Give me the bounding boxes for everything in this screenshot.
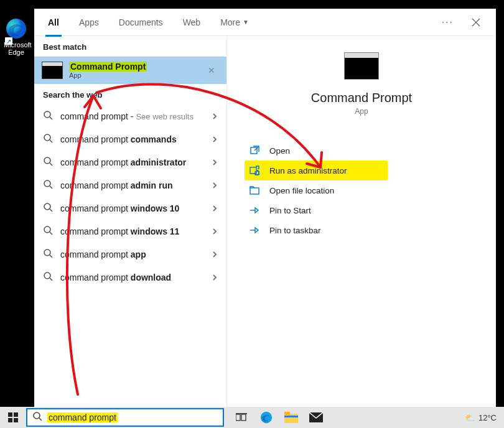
tab-documents[interactable]: Documents — [116, 9, 166, 36]
svg-rect-20 — [236, 413, 247, 414]
tab-more[interactable]: More▼ — [218, 9, 251, 36]
svg-point-17 — [34, 412, 40, 419]
chevron-right-icon — [212, 134, 218, 144]
search-icon — [43, 271, 53, 283]
tab-more-label: More — [220, 17, 240, 27]
best-match-header: Best match — [34, 36, 226, 57]
taskbar-edge[interactable] — [255, 407, 278, 428]
svg-point-2 — [44, 134, 50, 141]
web-result-0[interactable]: command prompt - See web results — [34, 105, 226, 128]
taskbar-explorer[interactable] — [280, 407, 302, 428]
action-label: Open — [269, 146, 290, 156]
preview-thumb-icon — [344, 52, 379, 80]
action-label: Pin to taskbar — [269, 226, 321, 235]
svg-point-5 — [44, 203, 50, 210]
shortcut-overlay-icon: ↗ — [5, 37, 12, 45]
action-label: Open file location — [269, 186, 334, 195]
web-results-list: command prompt - See web resultscommand … — [34, 105, 226, 289]
dismiss-best-match[interactable]: ✕ — [208, 65, 215, 75]
search-icon — [43, 225, 53, 237]
search-icon — [32, 411, 42, 424]
search-icon — [43, 179, 53, 191]
search-icon — [43, 248, 53, 260]
svg-rect-14 — [14, 412, 18, 417]
preview-actions: OpenRun as administratorOpen file locati… — [227, 141, 496, 240]
action-label: Pin to Start — [269, 206, 311, 215]
folder-icon — [248, 185, 261, 195]
svg-point-6 — [44, 226, 50, 233]
best-match-sub: App — [69, 72, 147, 79]
svg-rect-12 — [250, 188, 259, 194]
action-folder-2[interactable]: Open file location — [245, 180, 478, 200]
search-icon — [43, 110, 53, 122]
web-result-7[interactable]: command prompt download — [34, 266, 226, 289]
more-options-button[interactable]: ··· — [442, 17, 454, 28]
web-result-text: command prompt app — [60, 249, 212, 259]
tab-web[interactable]: Web — [180, 9, 203, 36]
svg-rect-24 — [284, 416, 298, 417]
svg-rect-13 — [8, 412, 12, 417]
preview-title: Command Prompt — [311, 91, 412, 105]
svg-point-3 — [44, 157, 50, 164]
svg-rect-18 — [236, 414, 240, 421]
svg-point-11 — [255, 171, 259, 175]
web-result-4[interactable]: command prompt windows 10 — [34, 197, 226, 220]
web-result-text: command prompt windows 11 — [60, 226, 212, 236]
cmd-thumb-icon — [42, 62, 63, 79]
action-label: Run as administrator — [269, 166, 347, 175]
svg-rect-23 — [284, 412, 290, 415]
svg-rect-15 — [8, 418, 12, 422]
chevron-down-icon: ▼ — [243, 19, 249, 26]
svg-rect-9 — [251, 147, 257, 154]
best-match-item[interactable]: Command Prompt App ✕ — [34, 57, 226, 84]
search-icon — [43, 133, 53, 145]
admin-icon — [248, 165, 261, 175]
web-result-5[interactable]: command prompt windows 11 — [34, 220, 226, 243]
web-result-3[interactable]: command prompt admin run — [34, 174, 226, 197]
tab-all[interactable]: All — [45, 9, 62, 36]
chevron-right-icon — [212, 180, 218, 190]
web-result-2[interactable]: command prompt administrator — [34, 151, 226, 174]
chevron-right-icon — [212, 157, 218, 167]
taskbar-search-box[interactable]: command prompt — [26, 408, 224, 427]
svg-rect-19 — [241, 414, 246, 421]
web-result-text: command prompt admin run — [60, 180, 212, 190]
weather-temp: 12°C — [478, 413, 497, 422]
weather-icon: ⛅ — [465, 413, 475, 422]
open-icon — [248, 146, 261, 156]
chevron-right-icon — [212, 249, 218, 259]
task-view-button[interactable] — [230, 407, 253, 428]
system-tray[interactable]: ⛅ 12°C — [465, 413, 504, 422]
desktop-icon-edge[interactable]: ↗ Microsoft Edge — [4, 17, 29, 56]
search-tabs: All Apps Documents Web More▼ ··· — [34, 9, 496, 36]
start-button[interactable] — [0, 407, 26, 428]
pin-icon — [248, 205, 261, 215]
search-icon — [43, 202, 53, 214]
best-match-title: Command Prompt — [69, 62, 147, 72]
action-open-0[interactable]: Open — [245, 141, 478, 160]
search-flyout: All Apps Documents Web More▼ ··· Best ma… — [34, 9, 496, 407]
svg-point-1 — [44, 111, 50, 118]
web-result-text: command prompt commands — [60, 134, 212, 144]
tab-apps[interactable]: Apps — [77, 9, 101, 36]
taskbar-mail[interactable] — [305, 407, 327, 428]
search-query: command prompt — [47, 412, 118, 422]
chevron-right-icon — [212, 203, 218, 213]
svg-point-8 — [44, 272, 50, 279]
preview-sub: App — [355, 107, 368, 116]
web-result-6[interactable]: command prompt app — [34, 243, 226, 266]
preview-pane: Command Prompt App OpenRun as administra… — [227, 36, 496, 407]
pin-icon — [248, 225, 261, 235]
svg-rect-16 — [14, 418, 18, 422]
web-result-text: command prompt download — [60, 272, 212, 282]
search-icon — [43, 156, 53, 168]
action-admin-1[interactable]: Run as administrator — [245, 160, 388, 180]
web-result-1[interactable]: command prompt commands — [34, 128, 226, 151]
action-pin-4[interactable]: Pin to taskbar — [245, 220, 478, 240]
action-pin-3[interactable]: Pin to Start — [245, 200, 478, 220]
web-result-text: command prompt windows 10 — [60, 203, 212, 213]
web-header: Search the web — [34, 84, 226, 105]
svg-point-4 — [44, 180, 50, 187]
close-button[interactable] — [467, 14, 485, 31]
chevron-right-icon — [212, 111, 218, 121]
